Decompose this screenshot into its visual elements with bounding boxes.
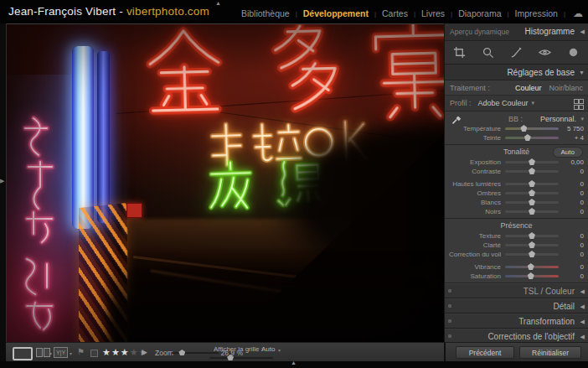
slider-thumb[interactable] — [524, 134, 531, 141]
slider-thumb[interactable] — [529, 180, 535, 187]
dehaze-slider[interactable] — [505, 253, 559, 256]
white-balance-eyedropper-icon[interactable] — [451, 114, 462, 127]
blacks-slider[interactable] — [505, 210, 559, 213]
histogram-panel-header[interactable]: Aperçu dynamique Histogramme ◀ — [445, 23, 588, 41]
zoom-slider[interactable] — [172, 352, 219, 354]
loupe-view-icon[interactable] — [13, 347, 33, 360]
menu-separator: | — [296, 10, 297, 18]
presence-block: Présence Texture 0 Clarté 0 Correction d… — [445, 219, 588, 283]
left-panel-reveal-arrow[interactable]: ▶ — [0, 178, 4, 184]
chevron-down-icon[interactable]: ▾ — [532, 100, 574, 106]
chevron-down-icon[interactable]: ▾ — [49, 350, 52, 356]
tone-block: Tonalité Auto Exposition 0,00 Contraste … — [445, 145, 588, 219]
play-icon[interactable]: ▶ — [142, 348, 147, 356]
collapse-arrow-icon[interactable]: ◀ — [580, 319, 585, 325]
slider-thumb[interactable] — [520, 125, 527, 132]
slider-value: 0 — [559, 189, 584, 197]
slider-value: 0 — [559, 272, 584, 280]
reject-flag-icon[interactable] — [90, 350, 98, 357]
red-eye-tool-icon[interactable] — [538, 45, 552, 60]
shadows-slider[interactable] — [505, 192, 559, 194]
chevron-down-icon[interactable]: ▾ — [580, 116, 584, 122]
auto-tone-button[interactable]: Auto — [553, 147, 583, 158]
slider-thumb[interactable] — [178, 350, 185, 355]
slider-thumb[interactable] — [528, 263, 534, 270]
vibrance-slider[interactable] — [505, 266, 559, 268]
left-panel-collapsed-strip[interactable] — [0, 23, 6, 361]
brush-tool-icon[interactable] — [509, 45, 524, 60]
slider-thumb[interactable] — [529, 199, 535, 205]
profile-value[interactable]: Adobe Couleur — [478, 99, 529, 107]
slider-thumb[interactable] — [529, 232, 535, 239]
module-bibliotheque[interactable]: Bibliothèque — [241, 8, 290, 18]
histogram-title: Histogramme — [525, 27, 575, 36]
flag-icon[interactable]: ⚑ — [77, 347, 85, 356]
module-diaporama[interactable]: Diaporama — [458, 8, 501, 18]
slider-thumb[interactable] — [529, 251, 535, 257]
expand-arrow-icon[interactable]: ▼ — [579, 70, 585, 75]
saturation-slider[interactable] — [505, 275, 559, 277]
tint-slider[interactable] — [505, 137, 559, 139]
slider-thumb[interactable] — [529, 241, 535, 248]
module-impression[interactable]: Impression — [515, 8, 558, 18]
exposure-slider[interactable] — [505, 161, 559, 163]
wb-label: BB : — [508, 115, 523, 123]
slider-value: 0 — [559, 180, 584, 188]
slider-thumb[interactable] — [529, 158, 535, 165]
slider-thumb[interactable] — [528, 272, 534, 279]
profile-row[interactable]: Profil : Adobe Couleur ▾ — [445, 96, 588, 111]
highlights-slider[interactable] — [505, 183, 559, 185]
collapse-arrow-icon[interactable]: ◀ — [580, 29, 585, 35]
crop-tool-icon[interactable] — [452, 45, 467, 60]
slider-thumb[interactable] — [529, 189, 535, 196]
slider-thumb[interactable] — [529, 168, 535, 174]
slider-value: 5 750 — [559, 125, 584, 132]
grid-size-slider[interactable] — [209, 357, 273, 359]
section-detail[interactable]: Détail ◀ — [445, 298, 588, 314]
previous-button[interactable]: Précédent — [456, 346, 514, 359]
cloud-sync-icon[interactable]: ☁ — [573, 8, 583, 19]
profile-browser-icon[interactable] — [574, 99, 583, 108]
solo-mode-dot — [448, 334, 451, 338]
texture-slider[interactable] — [505, 235, 559, 237]
collapse-arrow-icon[interactable]: ◀ — [580, 334, 585, 340]
module-developpement[interactable]: Développement — [303, 8, 369, 18]
temperature-slider-row: Température 5 750 — [445, 124, 588, 133]
slider-value: 0 — [559, 251, 584, 258]
tint-slider-row: Teinte + 4 — [445, 133, 588, 143]
chevron-down-icon[interactable]: ▾ — [70, 350, 72, 356]
tone-header-row: Tonalité Auto — [445, 147, 588, 158]
whites-slider[interactable] — [505, 201, 559, 204]
reset-button[interactable]: Réinitialiser — [519, 346, 581, 359]
basic-panel-header[interactable]: Réglages de base ▼ — [445, 65, 588, 80]
treatment-bw-option[interactable]: Noir/blanc — [549, 84, 583, 92]
filmstrip-reveal-arrow[interactable]: ▲ — [291, 360, 297, 365]
module-livres[interactable]: Livres — [421, 8, 445, 18]
photo-canvas[interactable] — [6, 23, 445, 343]
collapse-arrow-icon[interactable]: ◀ — [580, 303, 585, 310]
temperature-slider[interactable] — [505, 127, 559, 130]
section-tsl-couleur[interactable]: TSL / Couleur ◀ — [445, 283, 588, 298]
grid-mode-value[interactable]: Auto — [261, 345, 275, 353]
wb-preset-value[interactable]: Personnal. — [540, 115, 576, 123]
top-panel-collapse-arrow[interactable]: ▲ — [215, 0, 221, 6]
slider-label: Vibrance — [449, 263, 501, 271]
slider-value: 0 — [559, 232, 584, 240]
treatment-color-option[interactable]: Couleur — [515, 84, 542, 92]
compare-view-icon[interactable] — [36, 348, 50, 357]
treatment-label: Traitement : — [450, 84, 515, 92]
clarity-slider[interactable] — [505, 244, 559, 246]
slider-value: + 4 — [559, 134, 584, 142]
slider-label: Contraste — [449, 168, 501, 175]
section-transformation[interactable]: Transformation ◀ — [445, 314, 588, 329]
slider-label: Noirs — [449, 208, 501, 215]
slider-thumb[interactable] — [529, 208, 535, 215]
collapse-arrow-icon[interactable]: ◀ — [580, 288, 585, 295]
module-cartes[interactable]: Cartes — [382, 8, 408, 18]
healing-tool-icon[interactable] — [481, 45, 495, 60]
contrast-slider[interactable] — [505, 170, 559, 173]
solo-mode-dot — [448, 304, 451, 308]
masking-tool-icon[interactable] — [566, 45, 580, 60]
before-after-view-icon[interactable]: Y|Y — [54, 347, 68, 358]
chevron-down-icon[interactable]: ▾ — [278, 347, 281, 353]
